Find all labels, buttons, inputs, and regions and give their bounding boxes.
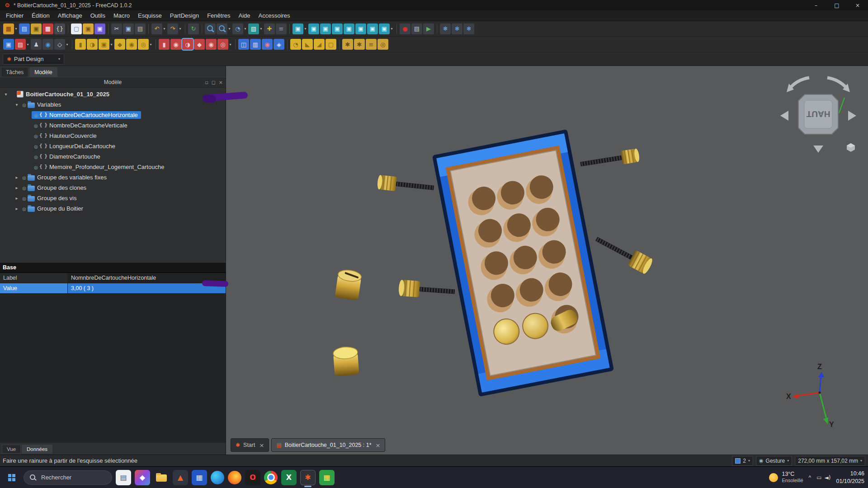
- subtractive-loft-icon[interactable]: ◆: [194, 39, 205, 50]
- tree-item[interactable]: NombreDeCartoucheVerticale: [0, 120, 226, 131]
- maximize-button[interactable]: □: [826, 0, 847, 10]
- close-tab-icon[interactable]: ×: [376, 442, 381, 449]
- close-panel-icon[interactable]: ×: [219, 80, 223, 85]
- snowflake-icon-1[interactable]: ❄: [440, 23, 451, 34]
- property-row[interactable]: Label NomnbreDeCartoucheHorizontale: [0, 273, 226, 283]
- edge-app-icon[interactable]: [211, 471, 224, 484]
- brave-app-icon[interactable]: ▲: [173, 470, 188, 485]
- tree-item[interactable]: LongueurDeLaCartouche: [0, 141, 226, 151]
- involute-gear-icon[interactable]: ✱: [342, 39, 353, 50]
- tree-item[interactable]: NomnbreDeCartoucheHorizontale: [0, 110, 226, 120]
- top-view-icon[interactable]: ▣: [320, 23, 331, 34]
- tab-document[interactable]: ▤ BoitierCartouche_01_10_2025 : 1* ×: [271, 438, 385, 452]
- rear-view-icon[interactable]: ▣: [344, 23, 354, 34]
- zoom-icon[interactable]: [217, 23, 227, 34]
- display-tray-icon[interactable]: ▭: [816, 474, 821, 481]
- dropdown-arrow-icon[interactable]: ▾: [243, 23, 247, 34]
- snowflake-icon-3[interactable]: ❄: [463, 23, 474, 34]
- shaft-wizard-icon[interactable]: ◎: [377, 39, 388, 50]
- additive-loft-icon[interactable]: ◆: [114, 39, 125, 50]
- pad-icon[interactable]: ▮: [75, 39, 86, 50]
- right-view-icon[interactable]: ▣: [332, 23, 343, 34]
- workbench-selector[interactable]: ✱ Part Design ▾: [3, 54, 64, 65]
- 3d-scene[interactable]: [226, 66, 868, 455]
- taskbar-clock[interactable]: 10:46 01/10/2025: [836, 470, 864, 485]
- undock-panel-icon[interactable]: ◻: [212, 80, 216, 85]
- additive-helix-icon[interactable]: ◎: [138, 39, 149, 50]
- tab-data[interactable]: Données: [22, 445, 52, 454]
- tree-expander-icon[interactable]: ▸: [14, 196, 20, 201]
- spreadsheet-icon[interactable]: ▦: [42, 23, 53, 34]
- start-button[interactable]: [4, 469, 20, 486]
- mirrored-icon[interactable]: ◫: [238, 39, 249, 50]
- dropdown-arrow-icon[interactable]: ▾: [14, 23, 18, 34]
- float-panel-icon[interactable]: ▫: [205, 80, 208, 85]
- property-label[interactable]: Label: [0, 273, 68, 283]
- tab-view[interactable]: Vue: [2, 445, 21, 454]
- front-view-icon[interactable]: ▣: [308, 23, 319, 34]
- internal-gear-icon[interactable]: ✱: [354, 39, 365, 50]
- notepad-app-icon[interactable]: ▤: [116, 470, 131, 485]
- sheets-app-icon[interactable]: ▦: [319, 470, 335, 485]
- freecad-app-icon[interactable]: ✱: [300, 470, 316, 485]
- expression-icon[interactable]: {}: [54, 23, 65, 34]
- dropdown-arrow-icon[interactable]: ▾: [162, 23, 166, 34]
- store-app-icon[interactable]: ▦: [192, 470, 207, 485]
- tree-item[interactable]: ▸ Groupe des clones: [0, 183, 226, 193]
- polar-pattern-icon[interactable]: ◉: [262, 39, 273, 50]
- thickness-icon[interactable]: ▢: [326, 39, 336, 50]
- multitransform-icon[interactable]: ◈: [274, 39, 284, 50]
- additive-pipe-icon[interactable]: ◉: [126, 39, 137, 50]
- property-value[interactable]: 3,00 ( 3 ): [68, 283, 226, 293]
- revolution-icon[interactable]: ◑: [87, 39, 98, 50]
- menu-item[interactable]: Macro: [109, 10, 134, 21]
- weather-widget[interactable]: 13°C Ensoleillé: [769, 471, 803, 483]
- close-button[interactable]: ×: [847, 0, 868, 10]
- gear-rack-icon[interactable]: ≡: [366, 39, 377, 50]
- map-sketch-icon[interactable]: ◉: [42, 39, 53, 50]
- chrome-app-icon[interactable]: [264, 471, 278, 484]
- close-tab-icon[interactable]: ×: [259, 442, 264, 449]
- edit-sketch-icon[interactable]: ♟: [31, 39, 42, 50]
- hole-icon[interactable]: ◉: [170, 39, 181, 50]
- menu-item[interactable]: Aide: [234, 10, 254, 21]
- tree-item[interactable]: ▸ Groupe des vis: [0, 193, 226, 203]
- open-document-icon[interactable]: ▣: [83, 23, 94, 34]
- additive-box-icon[interactable]: ▣: [99, 39, 109, 50]
- macro-edit-icon[interactable]: ▤: [411, 23, 422, 34]
- refresh-icon[interactable]: ↻: [188, 23, 199, 34]
- property-row[interactable]: Value 3,00 ( 3 ): [0, 283, 226, 294]
- hidden-icons-chevron[interactable]: ^: [809, 474, 811, 481]
- linear-pattern-icon[interactable]: ▥: [250, 39, 261, 50]
- dropdown-arrow-icon[interactable]: ▾: [227, 23, 231, 34]
- tree-item[interactable]: HauteurCouvercle: [0, 131, 226, 141]
- tree-expander-icon[interactable]: ▸: [14, 206, 20, 211]
- unit-scheme-combo[interactable]: 2 ▾: [732, 456, 753, 466]
- tab-model[interactable]: Modèle: [29, 67, 57, 77]
- minimize-button[interactable]: –: [806, 0, 826, 10]
- dropdown-arrow-icon[interactable]: ▾: [228, 39, 232, 50]
- groove-icon[interactable]: ◑: [182, 39, 193, 50]
- menu-item[interactable]: Outils: [86, 10, 109, 21]
- create-sketch-icon[interactable]: ▨: [15, 39, 26, 50]
- property-value[interactable]: NomnbreDeCartoucheHorizontale: [68, 273, 226, 283]
- dropdown-arrow-icon[interactable]: ▾: [26, 39, 30, 50]
- macro-play-icon[interactable]: ▶: [423, 23, 434, 34]
- tree-item[interactable]: ▾ BoitierCartouche_01_10_2025: [0, 89, 226, 99]
- copy-icon[interactable]: ▣: [123, 23, 134, 34]
- tree-item[interactable]: DiametreCartouche: [0, 151, 226, 162]
- excel-app-icon[interactable]: X: [281, 470, 297, 485]
- zoom-fit-icon[interactable]: ✚: [264, 23, 275, 34]
- isometric-view-icon[interactable]: ▣: [292, 23, 303, 34]
- menu-item[interactable]: Édition: [28, 10, 54, 21]
- tree-item[interactable]: Memoire_Profondeur_Logement_Cartouche: [0, 162, 226, 172]
- snowflake-icon-2[interactable]: ❄: [452, 23, 462, 34]
- menu-item[interactable]: PartDesign: [166, 10, 203, 21]
- create-body-icon[interactable]: ▣: [3, 39, 14, 50]
- property-label[interactable]: Value: [0, 283, 68, 293]
- draw-style-icon[interactable]: ◔: [232, 23, 243, 34]
- box-selection-icon[interactable]: ▧: [248, 23, 259, 34]
- redo-icon[interactable]: ↷: [167, 23, 178, 34]
- datum-icon[interactable]: ◇: [54, 39, 65, 50]
- cut-icon[interactable]: ✂: [111, 23, 122, 34]
